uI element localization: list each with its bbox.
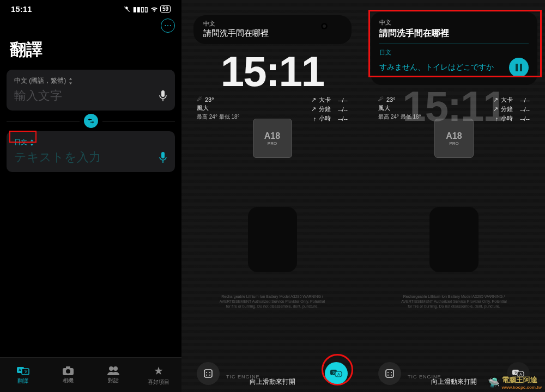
svg-point-7	[66, 369, 70, 373]
activity-widget[interactable]: ↗大卡 --/-- ↗分鐘 --/-- ↑小時 --/--	[493, 96, 530, 122]
svg-point-23	[387, 375, 389, 376]
tab-conversation[interactable]: 對話	[91, 358, 136, 392]
svg-point-14	[206, 375, 207, 376]
lock-widgets: ☄23° 風大 最高 24° 最低 18° ↗大卡 --/-- ↗分鐘 --/-…	[378, 96, 530, 122]
annotation-highlight	[322, 354, 353, 385]
page-title: 翻譯	[0, 14, 181, 66]
wind-icon: ☄	[197, 96, 202, 103]
svg-text:A: A	[19, 368, 21, 372]
camera-hole	[321, 23, 328, 29]
mascot-icon: 🛸	[488, 377, 500, 389]
battery-fineprint: Rechargeable Lithium-Ion Battery Model A…	[399, 294, 508, 309]
watermark: 🛸 電腦王阿達 www.kocpc.com.tw	[488, 375, 542, 390]
annotation-highlight	[368, 10, 542, 77]
tab-translate[interactable]: A文 翻譯	[0, 358, 45, 392]
bottom-tab-bar: A文 翻譯 相機 對話 ★ 喜好項目	[0, 357, 181, 392]
weather-widget[interactable]: ☄23° 風大 最高 24° 最低 18°	[197, 96, 240, 122]
translate-app-screen: 15:11 ▮▮▯▯ 59 ⋯ 翻譯 中文 (國語，繁體)	[0, 0, 181, 392]
camera-icon	[62, 366, 74, 376]
signal-icon: ▮▮▯▯	[133, 5, 148, 13]
tab-camera[interactable]: 相機	[45, 358, 90, 392]
tab-favorites[interactable]: ★ 喜好項目	[136, 358, 181, 392]
target-input[interactable]: テキストを入力	[14, 149, 101, 166]
svg-rect-8	[66, 366, 70, 369]
mic-icon[interactable]	[159, 90, 167, 102]
svg-text:文: 文	[24, 370, 28, 373]
svg-rect-1	[161, 152, 165, 158]
swap-languages-button[interactable]	[84, 114, 98, 128]
source-language-card[interactable]: 中文 (國語，繁體) 輸入文字	[7, 70, 175, 111]
mic-icon[interactable]	[159, 151, 167, 163]
wallpaper-block	[248, 207, 297, 272]
source-input[interactable]: 輸入文字	[14, 88, 62, 104]
annotation-highlight	[9, 131, 37, 143]
wallpaper-block	[429, 207, 479, 272]
silent-icon	[123, 5, 131, 13]
more-button[interactable]: ⋯	[161, 19, 175, 33]
status-indicators: ▮▮▯▯ 59	[123, 5, 171, 13]
svg-point-22	[391, 372, 392, 373]
source-language-selector[interactable]: 中文 (國語，繁體)	[14, 76, 167, 85]
battery-fineprint: Rechargeable Lithium-Ion Battery Model A…	[218, 294, 327, 309]
chip-graphic: A18PRO	[253, 119, 292, 158]
language-swap-row	[7, 114, 175, 128]
lock-screen-after: A18PRO Rechargeable Lithium-Ion Battery …	[363, 0, 545, 392]
translate-icon: A文	[16, 365, 29, 376]
svg-point-10	[113, 366, 118, 371]
svg-text:文: 文	[514, 371, 518, 375]
svg-rect-20	[386, 370, 393, 377]
lock-widgets: ☄23° 風大 最高 24° 最低 18° ↗大卡 --/-- ↗分鐘 --/-…	[197, 96, 348, 122]
weather-widget[interactable]: ☄23° 風大 最高 24° 最低 18°	[378, 96, 421, 122]
lock-screen-before: A18PRO Rechargeable Lithium-Ion Battery …	[181, 0, 363, 392]
dynamic-island[interactable]: 中文 請問洗手間在哪裡	[193, 15, 352, 44]
svg-point-13	[209, 372, 210, 373]
status-bar: 15:11 ▮▮▯▯ 59	[0, 0, 181, 14]
activity-widget[interactable]: ↗大卡 --/-- ↗分鐘 --/-- ↑小時 --/--	[311, 96, 348, 122]
battery-indicator: 59	[160, 5, 171, 13]
star-icon: ★	[154, 364, 164, 377]
svg-point-9	[109, 366, 113, 371]
chevron-updown-icon	[68, 78, 73, 84]
target-language-selector[interactable]: 日文	[14, 138, 167, 147]
svg-point-24	[391, 375, 392, 376]
svg-rect-0	[161, 90, 165, 97]
svg-point-15	[209, 375, 210, 376]
svg-point-12	[206, 372, 207, 373]
status-time: 15:11	[11, 4, 32, 14]
svg-point-21	[387, 372, 389, 373]
wifi-icon	[150, 6, 158, 13]
people-icon	[107, 366, 120, 376]
island-source-text: 請問洗手間在哪裡	[203, 28, 342, 39]
lock-time: 15:11	[181, 47, 363, 96]
svg-rect-11	[204, 370, 212, 377]
